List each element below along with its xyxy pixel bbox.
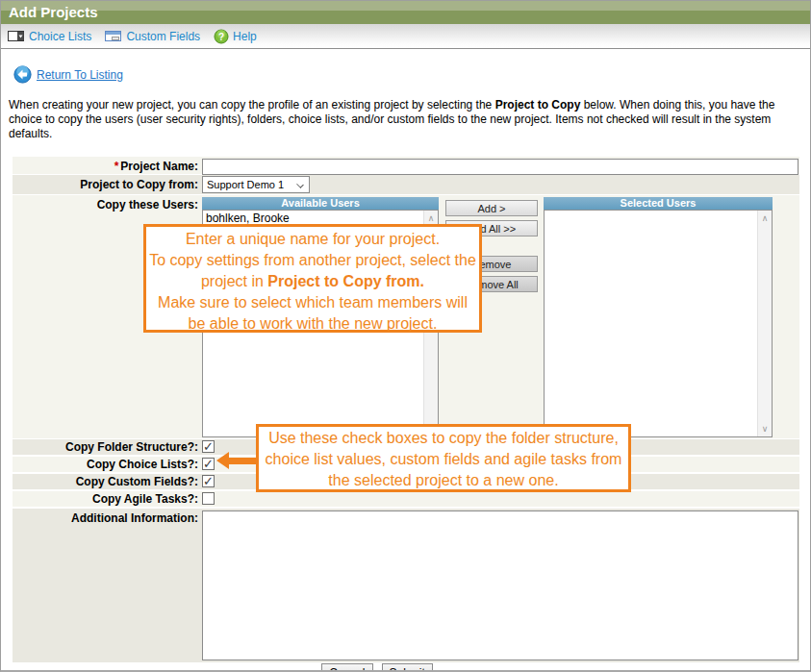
cancel-button[interactable]: Cancel [321, 663, 372, 672]
custom-fields-icon [105, 30, 122, 42]
svg-text:?: ? [218, 32, 224, 42]
copy-agile-tasks-row: Copy Agile Tasks?: [13, 491, 799, 507]
help-icon: ? [214, 29, 229, 44]
toolbar-item-custom-fields[interactable]: Custom Fields [105, 30, 200, 43]
add-projects-page: Add Projects Choice Lists Custom Fields … [0, 0, 811, 672]
project-to-copy-label: Project to Copy from: [13, 175, 200, 194]
checkboxes-tip-callout: Use these check boxes to copy the folder… [256, 424, 631, 492]
scrollbar[interactable]: ∧ ∨ [757, 211, 772, 436]
scroll-up-icon[interactable]: ∧ [424, 212, 438, 224]
copy-agile-tasks-checkbox[interactable] [202, 492, 215, 505]
intro-text: When creating your new project, you can … [9, 98, 802, 141]
submit-button[interactable]: Submit [382, 663, 433, 672]
additional-info-row: Additional Information: [13, 509, 799, 662]
project-to-copy-select[interactable]: Support Demo 1 [202, 176, 310, 193]
return-row: Return To Listing [13, 65, 810, 84]
project-name-tip-callout: Enter a unique name for your project. To… [143, 224, 482, 333]
toolbar-label: Custom Fields [126, 30, 200, 43]
callout-arrow-icon [216, 452, 229, 469]
copy-choice-lists-checkbox[interactable] [202, 458, 215, 470]
add-button[interactable]: Add > [445, 200, 538, 216]
selected-option: Support Demo 1 [207, 179, 284, 190]
additional-info-label: Additional Information: [13, 509, 200, 662]
scroll-up-icon[interactable]: ∧ [758, 212, 772, 224]
additional-info-textarea[interactable] [202, 510, 798, 660]
scroll-down-icon[interactable]: ∨ [758, 423, 772, 435]
project-name-label: Project Name: [120, 160, 198, 173]
project-name-row: *Project Name: [13, 157, 799, 174]
project-name-input[interactable] [202, 159, 798, 175]
callout-arrow-line [228, 458, 259, 464]
chevron-down-icon [296, 181, 304, 188]
toolbar-label: Choice Lists [29, 30, 91, 43]
form-actions: Cancel Submit [13, 663, 799, 672]
project-to-copy-row: Project to Copy from: Support Demo 1 [13, 175, 799, 194]
copy-agile-tasks-label: Copy Agile Tasks?: [13, 491, 200, 507]
copy-custom-fields-checkbox[interactable] [202, 475, 215, 487]
selected-users-listbox[interactable]: ∧ ∨ [544, 210, 773, 437]
selected-users-panel: Selected Users ∧ ∨ [544, 197, 773, 438]
available-users-header: Available Users [202, 197, 439, 210]
page-title: Add Projects [1, 1, 810, 24]
copy-choice-lists-label: Copy Choice Lists?: [13, 457, 200, 472]
toolbar: Choice Lists Custom Fields ? Help [1, 24, 810, 49]
back-arrow-icon [13, 65, 32, 84]
toolbar-item-choice-lists[interactable]: Choice Lists [8, 30, 91, 43]
copy-custom-fields-label: Copy Custom Fields?: [13, 474, 200, 489]
toolbar-item-help[interactable]: ? Help [214, 29, 257, 44]
selected-users-header: Selected Users [544, 197, 773, 210]
copy-folder-structure-checkbox[interactable] [202, 440, 215, 453]
choice-list-icon [8, 30, 25, 42]
toolbar-label: Help [233, 30, 257, 43]
return-to-listing-link[interactable]: Return To Listing [37, 68, 123, 82]
copy-folder-structure-label: Copy Folder Structure?: [13, 439, 200, 455]
required-marker: * [114, 160, 119, 173]
